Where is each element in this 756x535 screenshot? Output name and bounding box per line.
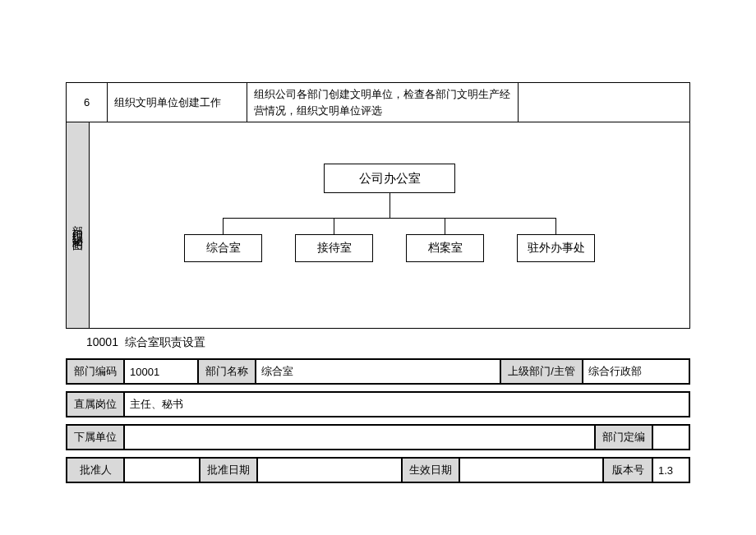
org-child-node: 接待室 (295, 234, 373, 262)
sub-unit-label: 下属单位 (67, 425, 124, 450)
task-title: 组织文明单位创建工作 (108, 83, 247, 122)
task-description: 组织公司各部门创建文明单位，检查各部门文明生产经营情况，组织文明单位评选 (247, 83, 519, 122)
version-label: 版本号 (603, 458, 652, 482)
task-table: 6 组织文明单位创建工作 组织公司各部门创建文明单位，检查各部门文明生产经营情况… (66, 82, 690, 122)
approve-date-value (257, 458, 402, 482)
direct-pos-label: 直属岗位 (67, 392, 124, 417)
headcount-label: 部门定编 (595, 425, 652, 450)
sub-unit-value (124, 425, 595, 450)
dept-info-row-3: 下属单位 部门定编 (66, 424, 690, 450)
version-value: 1.3 (652, 458, 689, 482)
org-chart-section: 部门组织结构图 公司办公室 综合室 接待室 (66, 122, 690, 329)
superior-label: 上级部门/主管 (500, 359, 583, 384)
org-child-node: 档案室 (406, 234, 484, 262)
org-top-node: 公司办公室 (324, 164, 455, 193)
approver-label: 批准人 (67, 458, 124, 482)
org-chart: 公司办公室 综合室 接待室 档案室 (90, 122, 689, 328)
dept-name-value: 综合室 (256, 359, 500, 384)
org-chart-label: 部门组织结构图 (67, 122, 90, 328)
dept-name-label: 部门名称 (198, 359, 256, 384)
headcount-value (652, 425, 689, 450)
task-empty-cell (519, 83, 690, 122)
org-child-node: 综合室 (184, 234, 262, 262)
org-child-node: 驻外办事处 (517, 234, 595, 262)
dept-info-row-4: 批准人 批准日期 生效日期 版本号 1.3 (66, 457, 690, 483)
dept-code-value: 10001 (124, 359, 198, 384)
approver-value (124, 458, 200, 482)
footer: . v (0, 523, 756, 535)
dept-info-row-1: 部门编码 10001 部门名称 综合室 上级部门/主管 综合行政部 (66, 358, 690, 385)
effective-date-value (459, 458, 604, 482)
dept-code-label: 部门编码 (67, 359, 124, 384)
effective-date-label: 生效日期 (402, 458, 459, 482)
dept-info-row-2: 直属岗位 主任、秘书 (66, 391, 690, 417)
approve-date-label: 批准日期 (200, 458, 257, 482)
section-heading: 10001 综合室职责设置 (86, 335, 690, 350)
superior-value: 综合行政部 (583, 359, 689, 384)
direct-pos-value: 主任、秘书 (124, 392, 689, 417)
task-number: 6 (67, 83, 108, 122)
